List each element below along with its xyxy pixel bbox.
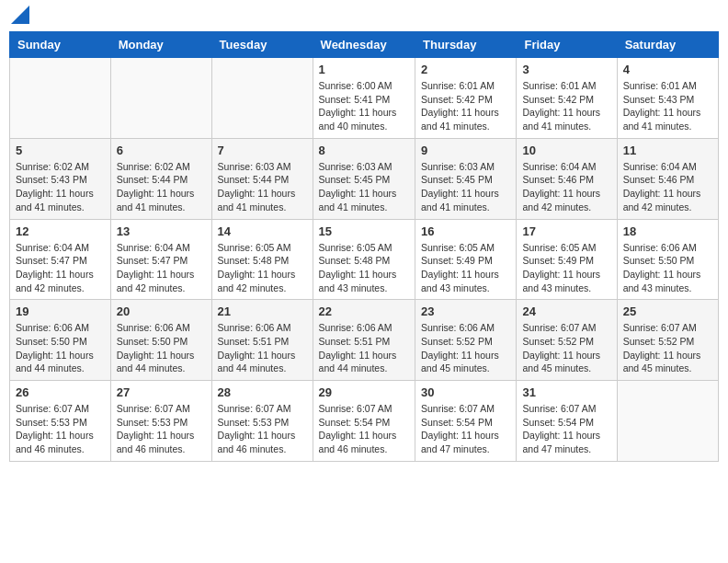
day-number: 2 (421, 63, 510, 76)
calendar-cell: 16Sunrise: 6:05 AM Sunset: 5:49 PM Dayli… (415, 219, 517, 300)
col-header-saturday: Saturday (617, 32, 718, 58)
day-info: Sunrise: 6:03 AM Sunset: 5:45 PM Dayligh… (421, 160, 510, 214)
calendar-cell: 19Sunrise: 6:06 AM Sunset: 5:50 PM Dayli… (10, 300, 111, 381)
calendar-cell: 5Sunrise: 6:02 AM Sunset: 5:43 PM Daylig… (10, 138, 111, 219)
day-info: Sunrise: 6:01 AM Sunset: 5:42 PM Dayligh… (522, 79, 610, 133)
day-info: Sunrise: 6:01 AM Sunset: 5:43 PM Dayligh… (623, 79, 712, 133)
day-number: 4 (623, 63, 712, 76)
calendar-cell: 27Sunrise: 6:07 AM Sunset: 5:53 PM Dayli… (110, 381, 211, 462)
day-number: 16 (421, 224, 510, 238)
col-header-wednesday: Wednesday (313, 32, 415, 58)
day-number: 11 (623, 144, 712, 157)
logo-text (9, 9, 29, 24)
day-info: Sunrise: 6:07 AM Sunset: 5:52 PM Dayligh… (522, 321, 610, 375)
calendar-cell: 11Sunrise: 6:04 AM Sunset: 5:46 PM Dayli… (617, 138, 718, 219)
day-info: Sunrise: 6:07 AM Sunset: 5:52 PM Dayligh… (623, 321, 712, 375)
day-info: Sunrise: 6:07 AM Sunset: 5:54 PM Dayligh… (522, 402, 610, 456)
day-number: 19 (16, 304, 105, 318)
day-number: 28 (218, 385, 307, 399)
day-number: 13 (117, 224, 206, 238)
day-number: 1 (319, 63, 409, 76)
calendar-cell: 24Sunrise: 6:07 AM Sunset: 5:52 PM Dayli… (517, 300, 617, 381)
calendar-cell: 18Sunrise: 6:06 AM Sunset: 5:50 PM Dayli… (617, 219, 718, 300)
day-info: Sunrise: 6:02 AM Sunset: 5:43 PM Dayligh… (16, 160, 105, 214)
calendar-cell: 15Sunrise: 6:05 AM Sunset: 5:48 PM Dayli… (313, 219, 415, 300)
calendar-cell (617, 381, 718, 462)
calendar-table: SundayMondayTuesdayWednesdayThursdayFrid… (9, 31, 719, 462)
day-number: 27 (117, 385, 206, 399)
calendar-cell (211, 58, 313, 139)
col-header-friday: Friday (517, 32, 617, 58)
day-info: Sunrise: 6:06 AM Sunset: 5:50 PM Dayligh… (16, 321, 105, 375)
calendar-week-row: 12Sunrise: 6:04 AM Sunset: 5:47 PM Dayli… (10, 219, 719, 300)
day-number: 22 (319, 304, 409, 318)
day-number: 23 (421, 304, 510, 318)
calendar-header-row: SundayMondayTuesdayWednesdayThursdayFrid… (10, 32, 719, 58)
calendar-cell: 7Sunrise: 6:03 AM Sunset: 5:44 PM Daylig… (211, 138, 313, 219)
day-info: Sunrise: 6:07 AM Sunset: 5:53 PM Dayligh… (218, 402, 307, 456)
day-number: 14 (218, 224, 307, 238)
calendar-cell: 31Sunrise: 6:07 AM Sunset: 5:54 PM Dayli… (517, 381, 617, 462)
day-number: 30 (421, 385, 510, 399)
day-info: Sunrise: 6:05 AM Sunset: 5:48 PM Dayligh… (319, 241, 409, 295)
day-number: 17 (522, 224, 610, 238)
day-number: 20 (117, 304, 206, 318)
calendar-cell: 9Sunrise: 6:03 AM Sunset: 5:45 PM Daylig… (415, 138, 517, 219)
calendar-cell: 3Sunrise: 6:01 AM Sunset: 5:42 PM Daylig… (517, 58, 617, 139)
day-number: 5 (16, 144, 105, 157)
day-info: Sunrise: 6:01 AM Sunset: 5:42 PM Dayligh… (421, 79, 510, 133)
day-info: Sunrise: 6:05 AM Sunset: 5:48 PM Dayligh… (218, 241, 307, 295)
calendar-cell: 29Sunrise: 6:07 AM Sunset: 5:54 PM Dayli… (313, 381, 415, 462)
calendar-cell (10, 58, 111, 139)
calendar-cell: 4Sunrise: 6:01 AM Sunset: 5:43 PM Daylig… (617, 58, 718, 139)
calendar-week-row: 1Sunrise: 6:00 AM Sunset: 5:41 PM Daylig… (10, 58, 719, 139)
day-info: Sunrise: 6:07 AM Sunset: 5:53 PM Dayligh… (117, 402, 206, 456)
day-number: 9 (421, 144, 510, 157)
day-number: 15 (319, 224, 409, 238)
day-info: Sunrise: 6:03 AM Sunset: 5:45 PM Dayligh… (319, 160, 409, 214)
day-info: Sunrise: 6:02 AM Sunset: 5:44 PM Dayligh… (117, 160, 206, 214)
col-header-monday: Monday (110, 32, 211, 58)
day-info: Sunrise: 6:06 AM Sunset: 5:51 PM Dayligh… (218, 321, 307, 375)
calendar-cell: 2Sunrise: 6:01 AM Sunset: 5:42 PM Daylig… (415, 58, 517, 139)
calendar-cell: 1Sunrise: 6:00 AM Sunset: 5:41 PM Daylig… (313, 58, 415, 139)
day-number: 6 (117, 144, 206, 157)
day-info: Sunrise: 6:07 AM Sunset: 5:53 PM Dayligh… (16, 402, 105, 456)
page-header (9, 9, 719, 24)
calendar-cell: 13Sunrise: 6:04 AM Sunset: 5:47 PM Dayli… (110, 219, 211, 300)
calendar-cell: 28Sunrise: 6:07 AM Sunset: 5:53 PM Dayli… (211, 381, 313, 462)
day-info: Sunrise: 6:04 AM Sunset: 5:47 PM Dayligh… (16, 241, 105, 295)
day-info: Sunrise: 6:04 AM Sunset: 5:46 PM Dayligh… (522, 160, 610, 214)
day-info: Sunrise: 6:06 AM Sunset: 5:50 PM Dayligh… (623, 241, 712, 295)
day-number: 10 (522, 144, 610, 157)
day-info: Sunrise: 6:03 AM Sunset: 5:44 PM Dayligh… (218, 160, 307, 214)
day-number: 8 (319, 144, 409, 157)
col-header-sunday: Sunday (10, 32, 111, 58)
calendar-cell: 23Sunrise: 6:06 AM Sunset: 5:52 PM Dayli… (415, 300, 517, 381)
calendar-cell: 8Sunrise: 6:03 AM Sunset: 5:45 PM Daylig… (313, 138, 415, 219)
day-number: 18 (623, 224, 712, 238)
day-info: Sunrise: 6:04 AM Sunset: 5:46 PM Dayligh… (623, 160, 712, 214)
calendar-cell: 20Sunrise: 6:06 AM Sunset: 5:50 PM Dayli… (110, 300, 211, 381)
day-info: Sunrise: 6:06 AM Sunset: 5:52 PM Dayligh… (421, 321, 510, 375)
day-number: 3 (522, 63, 610, 76)
calendar-cell: 10Sunrise: 6:04 AM Sunset: 5:46 PM Dayli… (517, 138, 617, 219)
day-number: 25 (623, 304, 712, 318)
day-info: Sunrise: 6:05 AM Sunset: 5:49 PM Dayligh… (421, 241, 510, 295)
day-info: Sunrise: 6:06 AM Sunset: 5:50 PM Dayligh… (117, 321, 206, 375)
calendar-week-row: 26Sunrise: 6:07 AM Sunset: 5:53 PM Dayli… (10, 381, 719, 462)
day-info: Sunrise: 6:06 AM Sunset: 5:51 PM Dayligh… (319, 321, 409, 375)
calendar-cell (110, 58, 211, 139)
calendar-cell: 30Sunrise: 6:07 AM Sunset: 5:54 PM Dayli… (415, 381, 517, 462)
col-header-tuesday: Tuesday (211, 32, 313, 58)
calendar-cell: 12Sunrise: 6:04 AM Sunset: 5:47 PM Dayli… (10, 219, 111, 300)
day-info: Sunrise: 6:05 AM Sunset: 5:49 PM Dayligh… (522, 241, 610, 295)
logo-icon (11, 6, 29, 24)
logo (9, 9, 29, 24)
day-number: 7 (218, 144, 307, 157)
calendar-cell: 14Sunrise: 6:05 AM Sunset: 5:48 PM Dayli… (211, 219, 313, 300)
calendar-cell: 25Sunrise: 6:07 AM Sunset: 5:52 PM Dayli… (617, 300, 718, 381)
calendar-cell: 26Sunrise: 6:07 AM Sunset: 5:53 PM Dayli… (10, 381, 111, 462)
calendar-week-row: 19Sunrise: 6:06 AM Sunset: 5:50 PM Dayli… (10, 300, 719, 381)
day-number: 24 (522, 304, 610, 318)
